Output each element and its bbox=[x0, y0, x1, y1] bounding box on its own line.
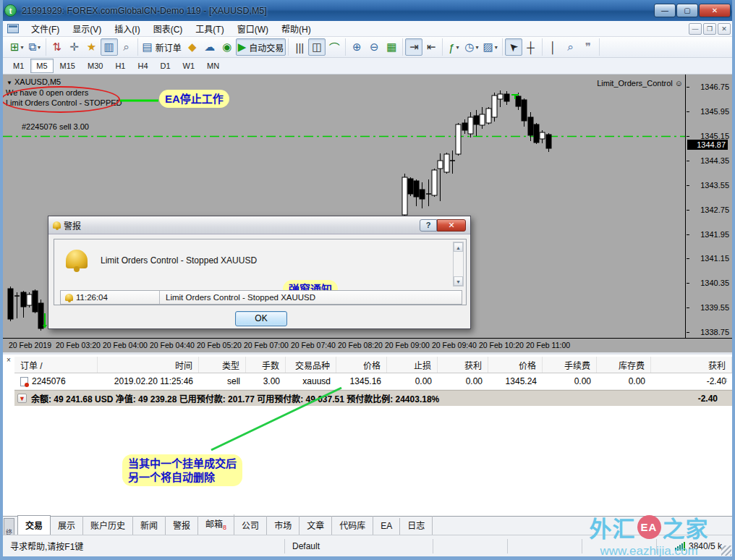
column-header[interactable]: 时间 bbox=[98, 357, 199, 373]
tab-警报[interactable]: 警报 bbox=[166, 516, 198, 535]
mdi-close-button[interactable]: ✕ bbox=[718, 23, 731, 35]
dialog-close-button[interactable]: ✕ bbox=[437, 219, 466, 232]
autotrading-button[interactable]: ▶自动交易 bbox=[236, 38, 286, 56]
dropdown-icon[interactable]: ▾ bbox=[456, 44, 459, 51]
menu-item-h[interactable]: 帮助(H) bbox=[275, 21, 318, 36]
crosshair-button[interactable]: ┼ bbox=[522, 38, 540, 56]
timeframe-d1[interactable]: D1 bbox=[155, 59, 177, 73]
strategy-tester-button[interactable]: ⌕ bbox=[118, 38, 135, 56]
menu-item-v[interactable]: 显示(V) bbox=[66, 21, 108, 36]
auto-scroll-button[interactable]: ⇥ bbox=[405, 38, 422, 56]
timeframe-h1[interactable]: H1 bbox=[109, 59, 131, 73]
navigator-button[interactable]: ★ bbox=[83, 38, 101, 56]
tab-日志[interactable]: 日志 bbox=[400, 516, 433, 535]
alert-dialog-titlebar[interactable]: 警报 ? ✕ bbox=[48, 216, 470, 234]
dropdown-icon[interactable]: ▾ bbox=[21, 44, 24, 51]
status-profile[interactable]: Default bbox=[285, 539, 433, 553]
cursor-button[interactable]: ➤ bbox=[505, 38, 522, 56]
column-header[interactable]: 价格 bbox=[336, 357, 387, 373]
alert-list-row[interactable]: 11:26:04 Limit Orders Control - Stopped … bbox=[60, 290, 462, 305]
price-tick-label: 1341.95 bbox=[700, 230, 729, 239]
zoom-out-button[interactable]: ⊖ bbox=[365, 38, 383, 56]
chart-shift-button[interactable]: ⇤ bbox=[422, 38, 440, 56]
dropdown-icon[interactable]: ▾ bbox=[495, 44, 498, 51]
templates-button[interactable]: ▨▾ bbox=[480, 38, 499, 56]
tab-EA[interactable]: EA bbox=[373, 518, 400, 535]
toolbar: ⊞▾⧉▾⇅✛★▥⌕▤新订单◆☁◉▶自动交易|||◫⌒⊕⊖▦⇥⇤ƒ▾◷▾▨▾➤┼│… bbox=[3, 37, 732, 58]
timeframe-m1[interactable]: M1 bbox=[7, 59, 30, 73]
maximize-button[interactable]: ▢ bbox=[676, 4, 698, 17]
order-row[interactable]: 22450762019.02.20 11:25:46sell3.00xauusd… bbox=[14, 373, 732, 390]
alert-scrollbar[interactable]: ▲ ▼ bbox=[453, 242, 464, 287]
column-header[interactable]: 库存费 bbox=[597, 357, 651, 373]
timeframe-m5[interactable]: M5 bbox=[30, 59, 53, 73]
zoom-in-button[interactable]: ⊕ bbox=[348, 38, 365, 56]
dropdown-icon[interactable]: ▾ bbox=[38, 44, 41, 51]
menu-item-w[interactable]: 窗口(W) bbox=[231, 21, 275, 36]
arrange-windows-button[interactable]: ▦ bbox=[383, 38, 400, 56]
line-chart-mode-button[interactable]: ⌒ bbox=[326, 38, 343, 56]
candlestick-mode-button[interactable]: ◫ bbox=[308, 38, 326, 56]
column-header[interactable]: 止损 bbox=[387, 357, 438, 373]
periods-button[interactable]: ◷▾ bbox=[462, 38, 480, 56]
tab-交易[interactable]: 交易 bbox=[17, 515, 51, 535]
column-header[interactable]: 获利 bbox=[438, 357, 488, 373]
tab-新闻[interactable]: 新闻 bbox=[133, 516, 166, 535]
timeframe-m15[interactable]: M15 bbox=[54, 59, 81, 73]
mdi-minimize-button[interactable]: — bbox=[689, 23, 702, 35]
column-header[interactable]: 手续费 bbox=[543, 357, 597, 373]
column-header[interactable]: 价格 bbox=[488, 357, 543, 373]
metaeditor-button[interactable]: ◆ bbox=[184, 38, 201, 56]
column-header[interactable]: 订单 / bbox=[14, 357, 98, 373]
terminal-button[interactable]: ▥ bbox=[101, 38, 118, 56]
terminal-close-icon[interactable]: × bbox=[4, 356, 13, 364]
timeframe-mn[interactable]: MN bbox=[201, 59, 225, 73]
tab-市场[interactable]: 市场 bbox=[267, 516, 299, 535]
signals-button[interactable]: ◉ bbox=[218, 38, 236, 56]
tab-文章[interactable]: 文章 bbox=[299, 516, 332, 535]
chart-profiles-button[interactable]: ⧉▾ bbox=[26, 38, 43, 56]
menu-item-c[interactable]: 图表(C) bbox=[147, 21, 190, 36]
mql5-community-button[interactable]: ☁ bbox=[201, 38, 218, 56]
mdi-restore-button[interactable]: ❐ bbox=[703, 23, 716, 35]
magnifier-tool-button[interactable]: ⌕ bbox=[562, 38, 579, 56]
menu-item-f[interactable]: 文件(F) bbox=[25, 21, 66, 36]
resize-grip[interactable] bbox=[721, 546, 731, 556]
vertical-line-tool-button[interactable]: │ bbox=[545, 38, 562, 56]
tab-展示[interactable]: 展示 bbox=[51, 516, 83, 535]
tab-公司[interactable]: 公司 bbox=[234, 516, 267, 535]
tab-邮箱[interactable]: 邮箱8 bbox=[198, 514, 234, 535]
indicators-list-button[interactable]: ƒ▾ bbox=[445, 38, 462, 56]
dialog-help-button[interactable]: ? bbox=[420, 219, 437, 232]
order-close-icon[interactable]: × bbox=[723, 376, 728, 384]
dropdown-icon[interactable]: ▾ bbox=[475, 44, 478, 51]
bar-chart-mode-button[interactable]: ||| bbox=[291, 38, 308, 56]
column-header[interactable]: 手数 bbox=[246, 357, 286, 373]
scroll-down-icon[interactable]: ▼ bbox=[454, 276, 463, 286]
order-line-label: #2245076 sell 3.00 bbox=[22, 122, 89, 131]
comments-tool-button[interactable]: ❞ bbox=[579, 38, 597, 56]
chart-symbol-label[interactable]: ▼ XAUUSD,M5 bbox=[7, 77, 61, 86]
price-axis[interactable]: 1346.751345.951345.151344.351343.551342.… bbox=[687, 75, 732, 338]
column-header[interactable]: 获利 bbox=[651, 357, 732, 373]
ea-smiley-icon[interactable]: ☺ bbox=[675, 79, 683, 88]
close-button[interactable]: ✕ bbox=[699, 4, 731, 17]
column-header[interactable]: 类型 bbox=[199, 357, 246, 373]
data-window-button[interactable]: ✛ bbox=[66, 38, 83, 56]
new-chart-button[interactable]: ⊞▾ bbox=[8, 38, 26, 56]
tab-代码库[interactable]: 代码库 bbox=[332, 516, 373, 535]
timeframe-h4[interactable]: H4 bbox=[132, 59, 153, 73]
ok-button[interactable]: OK bbox=[235, 311, 287, 326]
timeframe-w1[interactable]: W1 bbox=[177, 59, 201, 73]
time-axis[interactable]: 20 Feb 201920 Feb 03:2020 Feb 04:0020 Fe… bbox=[3, 338, 732, 352]
connection-signal-icon[interactable] bbox=[675, 542, 686, 551]
new-order-button[interactable]: ▤新订单 bbox=[140, 38, 184, 56]
minimize-button[interactable]: — bbox=[654, 4, 676, 17]
menu-item-i[interactable]: 插入(I) bbox=[108, 21, 146, 36]
tab-账户历史[interactable]: 账户历史 bbox=[83, 516, 133, 535]
market-watch-button[interactable]: ⇅ bbox=[48, 38, 66, 56]
column-header[interactable]: 交易品种 bbox=[286, 357, 336, 373]
timeframe-m30[interactable]: M30 bbox=[82, 59, 109, 73]
scroll-up-icon[interactable]: ▲ bbox=[454, 242, 463, 252]
menu-item-t[interactable]: 工具(T) bbox=[189, 21, 230, 36]
